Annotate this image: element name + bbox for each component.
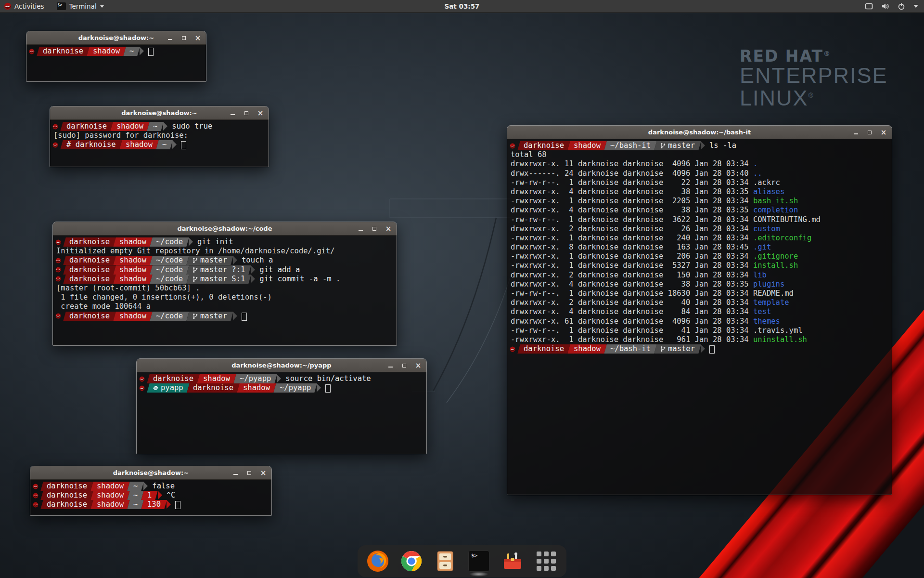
maximize-button[interactable] bbox=[866, 129, 873, 136]
window-titlebar[interactable]: darknoise@shadow:~× bbox=[26, 31, 206, 45]
files-icon[interactable] bbox=[434, 550, 457, 573]
prompt-segment-user: darknoise bbox=[517, 344, 570, 354]
maximize-button[interactable] bbox=[246, 470, 253, 476]
terminal-line: darknoiseshadow~/bash-itmaster bbox=[509, 344, 892, 354]
activities-button[interactable]: Activities bbox=[4, 2, 44, 10]
prompt-segment-host: shadow bbox=[90, 491, 130, 500]
app-grid-icon[interactable] bbox=[535, 550, 558, 573]
prompt-segment-user: darknoise bbox=[63, 312, 116, 321]
output-text: [sudo] password for darknoise: bbox=[51, 131, 188, 140]
terminal-window-bash-it: darknoise@shadow:~/bash-it×darknoiseshad… bbox=[507, 125, 892, 495]
minimize-button[interactable] bbox=[232, 470, 239, 476]
segment-text: darknoise bbox=[69, 275, 110, 284]
file-entry: drwxrwxr-x. 8 darknoise darknoise 163 Ja… bbox=[509, 243, 771, 252]
brand-line-2: ENTERPRISE bbox=[740, 65, 888, 87]
terminal-window-sudo: darknoise@shadow:~×darknoiseshadow~sudo … bbox=[50, 106, 269, 167]
segment-text: shadow bbox=[119, 275, 146, 284]
segment-text: master S:1 bbox=[192, 275, 245, 284]
minimize-button[interactable] bbox=[852, 129, 859, 136]
redhat-prompt-icon bbox=[51, 140, 59, 149]
prompt-segment-path: ~ bbox=[156, 140, 173, 149]
system-status-area[interactable] bbox=[865, 2, 918, 10]
file-entry: drwx------. 24 darknoise darknoise 4096 … bbox=[509, 169, 762, 178]
prompt-segment-user: darknoise bbox=[60, 122, 113, 131]
segment-text: darknoise bbox=[47, 482, 87, 491]
close-button[interactable]: × bbox=[415, 362, 422, 369]
prompt-segment-host: shadow bbox=[90, 500, 130, 509]
segment-text: darknoise bbox=[69, 237, 110, 247]
minimize-button[interactable] bbox=[357, 225, 364, 232]
prompt-segments: darknoiseshadow~/codemaster bbox=[62, 312, 237, 321]
minimize-icon bbox=[854, 133, 858, 134]
maximize-button[interactable] bbox=[371, 225, 378, 232]
clock[interactable]: Sat 03:57 bbox=[445, 2, 480, 10]
firefox-icon[interactable] bbox=[366, 550, 389, 573]
minimize-button[interactable] bbox=[387, 362, 394, 369]
window-title: darknoise@shadow:~/pyapp bbox=[231, 362, 331, 369]
terminal-dock-icon[interactable]: $> bbox=[467, 550, 490, 573]
maximize-button[interactable] bbox=[401, 362, 408, 369]
prompt-segment-git: master bbox=[654, 344, 701, 354]
terminal-body[interactable]: darknoiseshadow~falsedarknoiseshadow~1^C… bbox=[30, 480, 271, 516]
window-titlebar[interactable]: darknoise@shadow:~/pyapp× bbox=[137, 359, 426, 372]
terminal-app-menu[interactable]: $> Terminal bbox=[57, 2, 104, 10]
terminal-body[interactable]: darknoiseshadow~sudo true[sudo] password… bbox=[50, 120, 269, 167]
terminal-body[interactable]: darknoiseshadow~ bbox=[26, 45, 206, 82]
segment-text: 1 bbox=[147, 491, 152, 500]
prompt-segment-user: darknoise bbox=[63, 265, 116, 275]
close-button[interactable]: × bbox=[880, 129, 887, 136]
command-text: ^C bbox=[167, 491, 176, 500]
toolbox-icon[interactable] bbox=[501, 550, 524, 573]
prompt-segments: darknoiseshadow~130 bbox=[39, 500, 171, 509]
segment-text: darknoise bbox=[47, 491, 87, 500]
command-text: git add a bbox=[259, 265, 300, 275]
segment-text: ~ bbox=[133, 500, 138, 509]
terminal-line: pyappdarknoiseshadow~/pyapp bbox=[138, 383, 426, 393]
terminal-body[interactable]: darknoiseshadow~/codegit initInitialized… bbox=[53, 236, 397, 346]
file-name: .. bbox=[753, 169, 762, 178]
close-button[interactable]: × bbox=[385, 225, 392, 232]
minimize-button[interactable] bbox=[229, 110, 236, 117]
minimize-icon bbox=[388, 367, 393, 368]
segment-text: ~ bbox=[153, 122, 157, 131]
file-entry: drwxrwxr-x. 4 darknoise darknoise 38 Jan… bbox=[509, 206, 798, 215]
prompt-segment-user: darknoise bbox=[40, 500, 93, 509]
prompt-segments: darknoiseshadow~/codemaster ?:1 bbox=[62, 265, 255, 275]
file-entry: -rwxrwxr-x. 1 darknoise darknoise 2205 J… bbox=[509, 197, 798, 206]
file-entry: drwxrwxr-x. 61 darknoise darknoise 4096 … bbox=[509, 317, 780, 326]
maximize-button[interactable] bbox=[243, 110, 250, 117]
terminal-body[interactable]: darknoiseshadow~/pyappsource bin/activat… bbox=[137, 372, 426, 454]
terminal-line: drwxrwxr-x. 2 darknoise darknoise 150 Ja… bbox=[509, 271, 892, 280]
prompt-segment-git: master ?:1 bbox=[186, 265, 251, 275]
minimize-button[interactable] bbox=[167, 35, 173, 41]
terminal-line: drwxrwxr-x. 61 darknoise darknoise 4096 … bbox=[509, 317, 892, 326]
chrome-icon[interactable] bbox=[400, 550, 423, 573]
redhat-prompt-icon bbox=[54, 265, 62, 275]
window-titlebar[interactable]: darknoise@shadow:~× bbox=[30, 466, 271, 480]
terminal-body[interactable]: darknoiseshadow~/bash-itmasterls -latota… bbox=[507, 139, 892, 495]
close-button[interactable]: × bbox=[257, 110, 264, 117]
file-name: custom bbox=[753, 224, 780, 233]
close-button[interactable]: × bbox=[194, 35, 201, 41]
window-titlebar[interactable]: darknoise@shadow:~/bash-it× bbox=[507, 126, 892, 139]
window-titlebar[interactable]: darknoise@shadow:~× bbox=[50, 106, 269, 120]
terminal-line: 1 file changed, 0 insertions(+), 0 delet… bbox=[54, 293, 397, 302]
terminal-line: -rw-rw-r--. 1 darknoise darknoise 22 Jan… bbox=[509, 178, 892, 187]
file-entry: drwxrwxr-x. 2 darknoise darknoise 150 Ja… bbox=[509, 271, 767, 280]
maximize-button[interactable] bbox=[180, 35, 187, 41]
redhat-logo-icon bbox=[4, 2, 12, 10]
segment-text: master bbox=[660, 141, 695, 150]
close-button[interactable]: × bbox=[260, 470, 267, 476]
segment-text: shadow bbox=[574, 141, 601, 150]
terminal-line: darknoiseshadow~130 bbox=[32, 500, 271, 509]
redhat-prompt-icon bbox=[509, 344, 516, 354]
file-entry: -rwxrwxr-x. 1 darknoise darknoise 961 Ja… bbox=[509, 335, 807, 344]
file-name: .editorconfig bbox=[753, 234, 811, 242]
prompt-arrow-icon bbox=[277, 374, 281, 383]
window-titlebar[interactable]: darknoise@shadow:~/code× bbox=[53, 222, 397, 236]
menu-chevron-icon bbox=[913, 5, 918, 8]
file-name: test bbox=[753, 307, 771, 316]
redhat-prompt-icon bbox=[138, 383, 146, 393]
segment-text: shadow bbox=[97, 500, 124, 509]
segment-text: ~/bash-it bbox=[610, 141, 651, 150]
